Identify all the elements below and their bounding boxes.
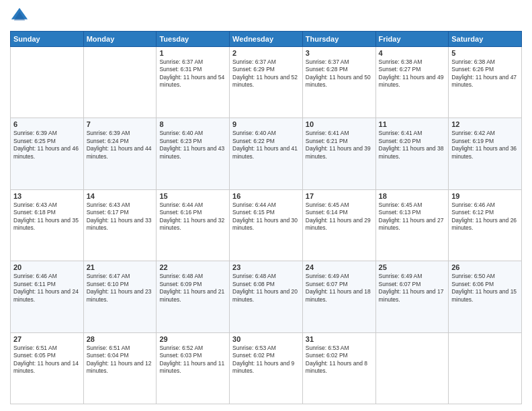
sunrise-text: Sunrise: 6:49 AM	[379, 273, 423, 279]
daylight-text: Daylight: 11 hours and 15 minutes.	[451, 288, 517, 302]
day-number: 14	[87, 192, 154, 200]
cell-content: Sunrise: 6:44 AM Sunset: 6:15 PM Dayligh…	[232, 201, 300, 232]
cell-content: Sunrise: 6:53 AM Sunset: 6:02 PM Dayligh…	[306, 345, 373, 375]
daylight-text: Daylight: 11 hours and 39 minutes.	[306, 145, 371, 159]
sunrise-text: Sunrise: 6:47 AM	[87, 273, 130, 279]
logo	[10, 7, 32, 26]
sunset-text: Sunset: 6:21 PM	[306, 138, 348, 144]
day-number: 7	[87, 120, 154, 128]
calendar-cell: 3 Sunrise: 6:37 AM Sunset: 6:28 PM Dayli…	[302, 47, 375, 118]
calendar-cell: 2 Sunrise: 6:37 AM Sunset: 6:29 PM Dayli…	[230, 47, 303, 118]
daylight-text: Daylight: 11 hours and 36 minutes.	[451, 145, 517, 159]
sunrise-text: Sunrise: 6:37 AM	[306, 58, 349, 65]
daylight-text: Daylight: 11 hours and 49 minutes.	[379, 74, 444, 88]
daylight-text: Daylight: 11 hours and 23 minutes.	[87, 288, 152, 302]
day-number: 3	[306, 49, 373, 57]
calendar-cell: 21 Sunrise: 6:47 AM Sunset: 6:10 PM Dayl…	[83, 261, 157, 332]
sunrise-text: Sunrise: 6:43 AM	[87, 201, 130, 208]
logo-icon	[10, 7, 29, 26]
calendar-cell: 25 Sunrise: 6:49 AM Sunset: 6:07 PM Dayl…	[375, 261, 449, 332]
day-number: 16	[232, 192, 300, 200]
sunrise-text: Sunrise: 6:42 AM	[451, 130, 495, 136]
daylight-text: Daylight: 11 hours and 8 minutes.	[306, 360, 367, 374]
weekday-header-tuesday: Tuesday	[157, 32, 230, 47]
daylight-text: Daylight: 11 hours and 14 minutes.	[13, 360, 79, 374]
sunset-text: Sunset: 6:18 PM	[13, 209, 56, 216]
calendar-week-row: 6 Sunrise: 6:39 AM Sunset: 6:25 PM Dayli…	[11, 118, 522, 189]
cell-content: Sunrise: 6:53 AM Sunset: 6:02 PM Dayligh…	[232, 345, 300, 375]
cell-content: Sunrise: 6:37 AM Sunset: 6:31 PM Dayligh…	[159, 58, 226, 89]
daylight-text: Daylight: 11 hours and 20 minutes.	[232, 288, 298, 302]
sunset-text: Sunset: 6:12 PM	[451, 209, 494, 216]
day-number: 10	[306, 120, 373, 128]
calendar-cell: 16 Sunrise: 6:44 AM Sunset: 6:15 PM Dayl…	[230, 189, 303, 261]
cell-content: Sunrise: 6:38 AM Sunset: 6:26 PM Dayligh…	[451, 58, 519, 89]
cell-content: Sunrise: 6:52 AM Sunset: 6:03 PM Dayligh…	[159, 345, 226, 375]
daylight-text: Daylight: 11 hours and 11 minutes.	[159, 360, 224, 374]
calendar-cell: 14 Sunrise: 6:43 AM Sunset: 6:17 PM Dayl…	[83, 189, 157, 261]
sunset-text: Sunset: 6:03 PM	[159, 352, 202, 359]
calendar-cell	[375, 332, 449, 404]
daylight-text: Daylight: 11 hours and 44 minutes.	[87, 145, 152, 159]
sunset-text: Sunset: 6:02 PM	[306, 352, 348, 359]
daylight-text: Daylight: 11 hours and 24 minutes.	[13, 288, 79, 302]
day-number: 21	[87, 263, 154, 271]
calendar-cell	[83, 47, 157, 118]
daylight-text: Daylight: 11 hours and 47 minutes.	[451, 74, 517, 88]
sunset-text: Sunset: 6:06 PM	[451, 281, 494, 287]
sunrise-text: Sunrise: 6:51 AM	[87, 345, 130, 351]
cell-content: Sunrise: 6:37 AM Sunset: 6:28 PM Dayligh…	[306, 58, 373, 89]
sunrise-text: Sunrise: 6:37 AM	[232, 58, 276, 65]
cell-content: Sunrise: 6:45 AM Sunset: 6:13 PM Dayligh…	[379, 201, 446, 232]
calendar-cell: 15 Sunrise: 6:44 AM Sunset: 6:16 PM Dayl…	[157, 189, 230, 261]
sunset-text: Sunset: 6:10 PM	[87, 281, 129, 287]
cell-content: Sunrise: 6:43 AM Sunset: 6:17 PM Dayligh…	[87, 201, 154, 232]
cell-content: Sunrise: 6:39 AM Sunset: 6:24 PM Dayligh…	[87, 130, 154, 161]
sunset-text: Sunset: 6:08 PM	[232, 281, 275, 287]
day-number: 24	[306, 263, 373, 271]
cell-content: Sunrise: 6:49 AM Sunset: 6:07 PM Dayligh…	[306, 273, 373, 304]
calendar-cell: 9 Sunrise: 6:40 AM Sunset: 6:22 PM Dayli…	[230, 118, 303, 189]
sunset-text: Sunset: 6:26 PM	[451, 66, 494, 73]
calendar-table: SundayMondayTuesdayWednesdayThursdayFrid…	[10, 31, 522, 404]
daylight-text: Daylight: 11 hours and 29 minutes.	[306, 217, 371, 231]
cell-content: Sunrise: 6:50 AM Sunset: 6:06 PM Dayligh…	[451, 273, 519, 304]
day-number: 9	[232, 120, 300, 128]
day-number: 28	[87, 335, 154, 343]
day-number: 27	[13, 335, 81, 343]
daylight-text: Daylight: 11 hours and 50 minutes.	[306, 74, 371, 88]
sunrise-text: Sunrise: 6:40 AM	[232, 130, 276, 136]
sunset-text: Sunset: 6:14 PM	[306, 209, 348, 216]
day-number: 13	[13, 192, 81, 200]
sunrise-text: Sunrise: 6:43 AM	[13, 201, 57, 208]
daylight-text: Daylight: 11 hours and 35 minutes.	[13, 217, 79, 231]
sunset-text: Sunset: 6:04 PM	[87, 352, 129, 359]
day-number: 1	[159, 49, 226, 57]
calendar-cell: 8 Sunrise: 6:40 AM Sunset: 6:23 PM Dayli…	[157, 118, 230, 189]
calendar-cell: 24 Sunrise: 6:49 AM Sunset: 6:07 PM Dayl…	[302, 261, 375, 332]
daylight-text: Daylight: 11 hours and 54 minutes.	[159, 74, 224, 88]
day-number: 20	[13, 263, 81, 271]
sunset-text: Sunset: 6:02 PM	[232, 352, 275, 359]
calendar-week-row: 20 Sunrise: 6:46 AM Sunset: 6:11 PM Dayl…	[11, 261, 522, 332]
daylight-text: Daylight: 11 hours and 46 minutes.	[13, 145, 79, 159]
sunset-text: Sunset: 6:19 PM	[451, 138, 494, 144]
sunset-text: Sunset: 6:17 PM	[87, 209, 129, 216]
calendar-cell: 18 Sunrise: 6:45 AM Sunset: 6:13 PM Dayl…	[375, 189, 449, 261]
cell-content: Sunrise: 6:43 AM Sunset: 6:18 PM Dayligh…	[13, 201, 81, 232]
day-number: 29	[159, 335, 226, 343]
cell-content: Sunrise: 6:45 AM Sunset: 6:14 PM Dayligh…	[306, 201, 373, 232]
calendar-cell: 22 Sunrise: 6:48 AM Sunset: 6:09 PM Dayl…	[157, 261, 230, 332]
calendar-cell: 28 Sunrise: 6:51 AM Sunset: 6:04 PM Dayl…	[83, 332, 157, 404]
sunrise-text: Sunrise: 6:53 AM	[232, 345, 276, 351]
sunrise-text: Sunrise: 6:44 AM	[159, 201, 203, 208]
day-number: 11	[379, 120, 446, 128]
daylight-text: Daylight: 11 hours and 9 minutes.	[232, 360, 294, 374]
sunset-text: Sunset: 6:07 PM	[306, 281, 348, 287]
cell-content: Sunrise: 6:37 AM Sunset: 6:29 PM Dayligh…	[232, 58, 300, 89]
cell-content: Sunrise: 6:39 AM Sunset: 6:25 PM Dayligh…	[13, 130, 81, 161]
page: SundayMondayTuesdayWednesdayThursdayFrid…	[0, 0, 532, 411]
day-number: 15	[159, 192, 226, 200]
sunrise-text: Sunrise: 6:45 AM	[306, 201, 349, 208]
calendar-cell: 13 Sunrise: 6:43 AM Sunset: 6:18 PM Dayl…	[11, 189, 84, 261]
